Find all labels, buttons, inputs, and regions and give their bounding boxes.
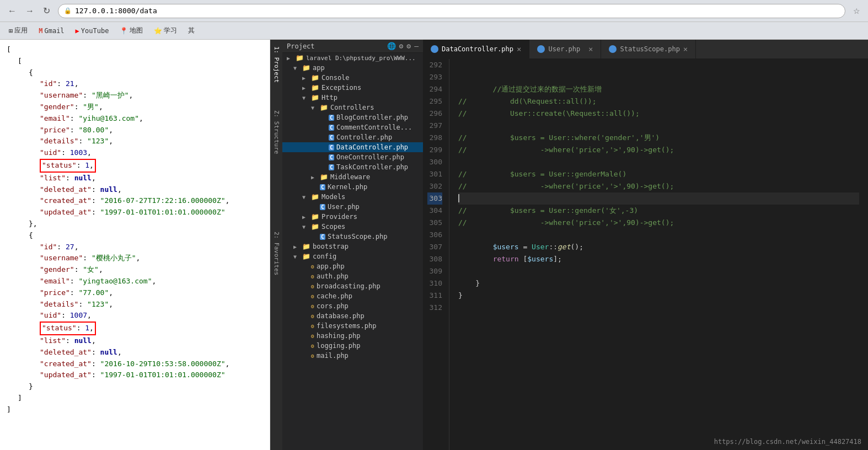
maps-icon: 📍: [120, 27, 128, 35]
tree-gear2-icon[interactable]: ⚙: [406, 42, 411, 50]
bootstrap-folder-icon: 📁: [302, 243, 310, 250]
tree-item-kernel[interactable]: ▶ C Kernel.php: [282, 182, 423, 192]
tab-data-controller-close[interactable]: ×: [517, 45, 521, 53]
tree-user-label: User.php: [328, 203, 360, 211]
tree-item-task-controller[interactable]: ▶ C TaskController.php: [282, 162, 423, 172]
tree-scopes-label: Scopes: [322, 223, 345, 231]
tab-status-scope[interactable]: StatusScope.php ×: [601, 40, 696, 58]
tree-item-comment-controller[interactable]: ▶ C CommentControlle...: [282, 122, 423, 132]
tree-item-laravel-root[interactable]: ▶ 📁 laravel D:\phpstudy_pro\WWW...: [282, 53, 423, 63]
code-line-302: // ->where('price','>',90)->get();: [458, 180, 859, 192]
tree-item-controllers[interactable]: ▼ 📁 Controllers: [282, 103, 423, 113]
exceptions-folder-icon: 📁: [311, 84, 319, 92]
tree-filesystems-php-label: filesystems.php: [317, 322, 376, 330]
structure-tab[interactable]: Z: Structure: [272, 106, 281, 158]
tree-item-cache-php[interactable]: ▶ ⚙ cache.php: [282, 291, 423, 301]
tree-item-database-php[interactable]: ▶ ⚙ database.php: [282, 311, 423, 321]
php-file-icon: C: [320, 184, 325, 190]
tree-item-status-scope[interactable]: ▶ C StatusScope.php: [282, 232, 423, 242]
tree-minus-icon[interactable]: —: [414, 42, 419, 50]
tree-item-middleware[interactable]: ▶ 📁 Middleware: [282, 172, 423, 182]
code-line-296: // User::create(\Request::all());: [458, 108, 859, 120]
tree-controller-label: Controller.php: [336, 133, 392, 141]
bookmark-maps[interactable]: 📍 地图: [115, 24, 147, 37]
line-num-304: 304: [427, 205, 442, 217]
tree-item-blog-controller[interactable]: ▶ C BlogController.php: [282, 113, 423, 122]
tree-task-controller-label: TaskController.php: [336, 163, 408, 171]
tab-user-close[interactable]: ×: [588, 45, 593, 53]
refresh-button[interactable]: ↻: [40, 3, 53, 18]
browser-chrome: ← → ↻ 🔒 127.0.0.1:8000/data ☆: [0, 0, 868, 22]
ide-panel: 1: Project Z: Structure 2: Favorites Pro…: [270, 40, 868, 450]
favorites-tab[interactable]: 2: Favorites: [272, 227, 281, 280]
tree-item-hashing-php[interactable]: ▶ ⚙ hashing.php: [282, 331, 423, 341]
arrow-icon: ▶: [293, 244, 300, 250]
code-area: 292 293 294 295 296 297 298 299 300 301 …: [423, 59, 868, 450]
tab-user[interactable]: User.php ×: [529, 40, 601, 58]
tab-user-label: User.php: [548, 45, 580, 53]
arrow-down-icon: ▼: [302, 194, 309, 200]
tree-item-app-php[interactable]: ▶ ⚙ app.php: [282, 261, 423, 271]
php-file-icon: C: [329, 125, 334, 131]
tree-item-bootstrap[interactable]: ▶ 📁 bootstrap: [282, 242, 423, 251]
code-line-294: //通过提交过来的数据一次性新增: [458, 83, 859, 95]
tree-item-controller[interactable]: ▶ C Controller.php: [282, 132, 423, 142]
line-num-311: 311: [427, 290, 442, 302]
php-file-icon: C: [329, 154, 334, 160]
tab-data-controller[interactable]: DataController.php ×: [423, 40, 529, 58]
code-line-297: [458, 120, 859, 132]
tree-item-console[interactable]: ▶ 📁 Console: [282, 73, 423, 83]
tree-item-logging-php[interactable]: ▶ ⚙ logging.php: [282, 341, 423, 351]
back-button[interactable]: ←: [4, 4, 20, 18]
line-num-297: 297: [427, 120, 442, 132]
tree-item-app[interactable]: ▼ 📁 app: [282, 63, 423, 73]
line-num-294: 294: [427, 83, 442, 95]
tab-user-icon: [537, 45, 545, 53]
code-line-311: }: [458, 290, 859, 302]
tree-item-user-model[interactable]: ▶ C User.php: [282, 202, 423, 212]
tree-globe-icon[interactable]: 🌐: [387, 42, 396, 50]
address-bar[interactable]: 🔒 127.0.0.1:8000/data: [58, 4, 845, 18]
tree-providers-label: Providers: [322, 213, 357, 221]
tree-database-php-label: database.php: [317, 312, 365, 320]
code-line-300: [458, 156, 859, 168]
models-folder-icon: 📁: [311, 193, 319, 201]
tree-logging-php-label: logging.php: [317, 342, 360, 350]
bookmark-star-button[interactable]: ☆: [850, 6, 864, 17]
tree-item-config[interactable]: ▼ 📁 config: [282, 251, 423, 261]
tree-gear-icon[interactable]: ⚙: [399, 42, 404, 50]
code-content[interactable]: //通过提交过来的数据一次性新增 // dd(\Request::all());…: [449, 59, 868, 450]
tree-item-exceptions[interactable]: ▶ 📁 Exceptions: [282, 83, 423, 93]
php-file-icon: C: [320, 234, 325, 240]
tree-item-filesystems-php[interactable]: ▶ ⚙ filesystems.php: [282, 321, 423, 331]
tree-item-providers[interactable]: ▶ 📁 Providers: [282, 212, 423, 222]
tab-status-scope-close[interactable]: ×: [683, 45, 688, 53]
tree-app-php-label: app.php: [317, 262, 345, 270]
arrow-icon: ▶: [302, 75, 309, 81]
tree-item-one-controller[interactable]: ▶ C OneController.php: [282, 152, 423, 162]
bookmark-apps[interactable]: ⊞ 应用: [4, 24, 32, 37]
bookmark-learn[interactable]: ⭐ 学习: [149, 24, 181, 37]
bookmark-other[interactable]: 其: [184, 24, 199, 37]
tree-item-mail-php[interactable]: ▶ ⚙ mail.php: [282, 351, 423, 361]
tree-item-scopes[interactable]: ▼ 📁 Scopes: [282, 222, 423, 232]
php-file-icon: C: [320, 204, 325, 210]
tree-item-auth-php[interactable]: ▶ ⚙ auth.php: [282, 271, 423, 281]
tree-one-controller-label: OneController.php: [336, 153, 404, 161]
tree-item-http[interactable]: ▼ 📁 Http: [282, 93, 423, 103]
line-num-293: 293: [427, 71, 442, 83]
bookmark-youtube[interactable]: ▶ YouTube: [71, 25, 114, 36]
bookmark-gmail[interactable]: M Gmail: [34, 25, 68, 36]
project-tab[interactable]: 1: Project: [272, 42, 281, 87]
tree-item-cors-php[interactable]: ▶ ⚙ cors.php: [282, 301, 423, 311]
tree-item-models[interactable]: ▼ 📁 Models: [282, 192, 423, 202]
bookmark-youtube-label: YouTube: [81, 27, 109, 35]
scopes-folder-icon: 📁: [311, 223, 319, 231]
bookmark-learn-label: 学习: [164, 26, 177, 35]
line-num-312: 312: [427, 302, 442, 314]
forward-button[interactable]: →: [22, 4, 37, 18]
tree-item-broadcasting-php[interactable]: ▶ ⚙ broadcasting.php: [282, 281, 423, 291]
arrow-down-icon: ▼: [302, 224, 309, 230]
tree-item-data-controller[interactable]: ▶ C DataController.php: [282, 142, 423, 152]
line-num-308: 308: [427, 253, 442, 265]
